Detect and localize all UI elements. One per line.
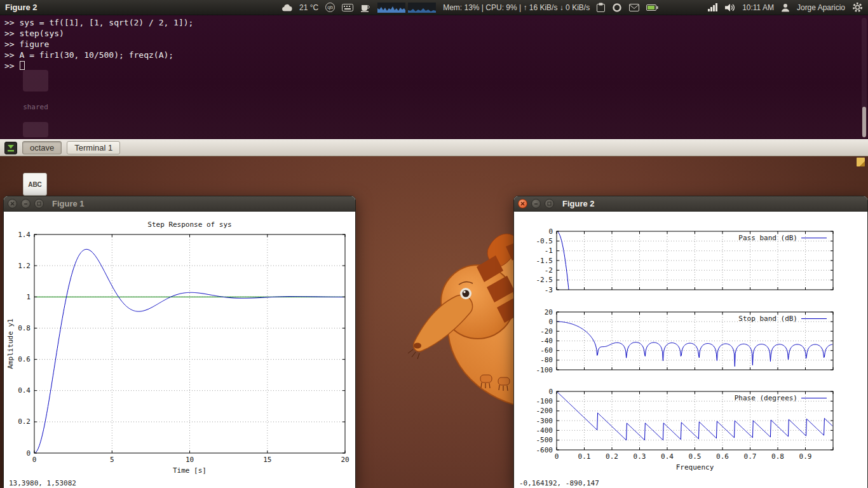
notes-icon[interactable] <box>857 158 865 166</box>
svg-text:1: 1 <box>26 293 31 301</box>
clock-label[interactable]: 10:11 AM <box>742 3 774 12</box>
close-button[interactable] <box>8 199 17 208</box>
svg-text:0.6: 0.6 <box>716 452 729 461</box>
svg-text:0: 0 <box>555 452 559 461</box>
figure1-window: Figure 1 0510152000.20.40.60.811.21.4Ste… <box>3 196 356 488</box>
terminal-line: >> figure <box>4 39 868 50</box>
window-title: Figure 1 <box>52 199 85 208</box>
svg-text:20: 20 <box>545 308 553 316</box>
svg-text:-3: -3 <box>545 286 553 294</box>
svg-text:-80: -80 <box>540 356 553 364</box>
maximize-button[interactable] <box>545 199 554 208</box>
weather-icon[interactable] <box>281 3 292 12</box>
svg-text:0.8: 0.8 <box>18 324 31 332</box>
svg-text:Time [s]: Time [s] <box>173 466 207 475</box>
svg-text:-20: -20 <box>540 327 553 336</box>
svg-text:20: 20 <box>341 456 349 464</box>
desktop-icon-abc[interactable]: ABC <box>23 173 47 196</box>
keyboard-indicator-icon[interactable] <box>342 4 353 11</box>
svg-text:-2: -2 <box>545 266 553 274</box>
svg-text:0.9: 0.9 <box>799 452 812 461</box>
mail-icon[interactable] <box>629 4 639 11</box>
svg-text:0: 0 <box>548 227 553 236</box>
ghost-folder-icon-2 <box>23 122 48 137</box>
gear-icon[interactable] <box>852 2 863 13</box>
svg-text:-400: -400 <box>536 426 553 435</box>
figure2-window: Figure 2 0-0.5-1-1.5-2-2.5-3Pass band (d… <box>513 196 868 488</box>
svg-text:-600: -600 <box>536 446 553 454</box>
svg-text:0: 0 <box>548 388 553 396</box>
svg-text:0: 0 <box>548 318 553 326</box>
minimize-button[interactable] <box>531 199 541 208</box>
terminal-scrollbar-thumb[interactable] <box>862 107 866 137</box>
system-load-graph[interactable] <box>377 3 436 13</box>
qb-indicator-icon[interactable]: qb <box>325 3 335 12</box>
cursor-coordinates: -0,164192, -890,147 <box>519 479 599 487</box>
svg-text:0.6: 0.6 <box>18 355 31 363</box>
ghost-folder-icon <box>23 70 48 92</box>
svg-text:Phase (degrees): Phase (degrees) <box>735 394 797 402</box>
close-button[interactable] <box>518 199 527 208</box>
terminal-line: >> A = fir1(30, 10/500); freqz(A); <box>4 50 868 60</box>
ghost-folder-label: shared <box>15 102 56 112</box>
coffee-cup-icon[interactable] <box>360 3 370 12</box>
terminal-cursor <box>20 61 25 70</box>
svg-text:5: 5 <box>110 456 114 464</box>
octave-tab[interactable]: octave <box>22 141 62 154</box>
terminal-line: >> sys = tf([1], [1, sqrt(2) / 2, 1]); <box>4 17 868 28</box>
svg-text:-0.5: -0.5 <box>536 237 553 245</box>
desktop-screen: Figure 2 21 °C qb Mem: <box>0 0 868 488</box>
svg-text:0: 0 <box>32 456 37 464</box>
clipboard-icon[interactable] <box>597 3 605 12</box>
terminal-toolbar: octave Terminal 1 <box>0 139 868 156</box>
svg-text:0.5: 0.5 <box>689 452 702 461</box>
user-menu-label[interactable]: Jorge Aparicio <box>797 3 845 12</box>
svg-text:-60: -60 <box>540 346 553 355</box>
maximize-button[interactable] <box>34 199 44 208</box>
terminal-scrollbar[interactable] <box>862 18 867 136</box>
volume-icon[interactable] <box>725 3 735 12</box>
network-signal-icon[interactable] <box>708 3 718 11</box>
terminal1-tab[interactable]: Terminal 1 <box>67 141 120 154</box>
svg-text:0.4: 0.4 <box>18 386 31 395</box>
svg-text:-300: -300 <box>536 417 553 425</box>
figure1-plot-canvas[interactable]: 0510152000.20.40.60.811.21.4Step Respons… <box>4 212 356 480</box>
svg-text:-200: -200 <box>536 407 553 415</box>
figure2-plot-canvas[interactable]: 0-0.5-1-1.5-2-2.5-3Pass band (dB)200-20-… <box>514 212 868 480</box>
svg-text:0.3: 0.3 <box>634 452 646 461</box>
desktop[interactable]: ABC Figure 1 0510152000.20.40.60.811.21.… <box>0 156 868 488</box>
svg-text:Amplitude y1: Amplitude y1 <box>6 318 15 369</box>
figure1-titlebar[interactable]: Figure 1 <box>4 196 355 212</box>
active-app-title[interactable]: Figure 2 <box>5 3 37 12</box>
battery-icon[interactable] <box>646 4 658 11</box>
svg-text:-500: -500 <box>536 436 553 444</box>
svg-text:0.8: 0.8 <box>771 452 784 461</box>
terminal-prompt-line: >> <box>4 60 868 71</box>
svg-text:0.2: 0.2 <box>18 417 31 426</box>
svg-text:0.2: 0.2 <box>606 452 618 461</box>
temperature-label[interactable]: 21 °C <box>299 3 318 12</box>
cursor-coordinates: 13,3980, 1,53082 <box>9 479 76 487</box>
top-panel: Figure 2 21 °C qb Mem: <box>0 0 868 15</box>
svg-text:Frequency: Frequency <box>676 463 714 471</box>
user-icon[interactable] <box>781 3 790 12</box>
svg-text:0.1: 0.1 <box>578 452 591 461</box>
svg-text:-40: -40 <box>540 337 553 345</box>
screen-applet-icon[interactable] <box>4 142 17 154</box>
minimize-button[interactable] <box>21 199 31 208</box>
svg-text:1.4: 1.4 <box>18 231 31 239</box>
figure2-titlebar[interactable]: Figure 2 <box>514 196 867 212</box>
terminal-line: >> step(sys) <box>4 28 868 39</box>
desktop-icon-label: ABC <box>28 181 42 188</box>
sync-indicator-icon[interactable] <box>612 3 622 13</box>
svg-text:0: 0 <box>26 449 31 458</box>
svg-text:1.2: 1.2 <box>18 262 31 270</box>
system-stats-label[interactable]: Mem: 13% | CPU: 9% | ↑ 16 KiB/s ↓ 0 KiB/… <box>443 3 590 12</box>
svg-text:-1.5: -1.5 <box>536 257 553 265</box>
svg-text:Step Response of sys: Step Response of sys <box>147 220 231 229</box>
svg-text:-2.5: -2.5 <box>536 276 553 284</box>
svg-text:15: 15 <box>263 456 271 464</box>
window-title: Figure 2 <box>562 199 595 208</box>
terminal[interactable]: shared >> sys = tf([1], [1, sqrt(2) / 2,… <box>0 15 868 139</box>
svg-text:Pass band (dB): Pass band (dB) <box>738 234 797 242</box>
